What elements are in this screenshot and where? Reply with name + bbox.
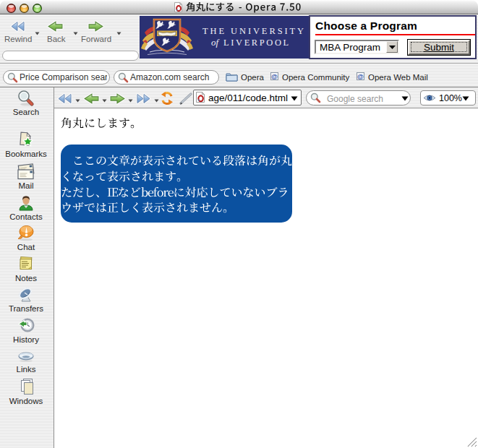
svg-text:of: of xyxy=(211,37,221,48)
svg-text:LIVERPOOL: LIVERPOOL xyxy=(223,38,291,48)
svg-text:THE UNIVERSITY: THE UNIVERSITY xyxy=(202,26,306,36)
